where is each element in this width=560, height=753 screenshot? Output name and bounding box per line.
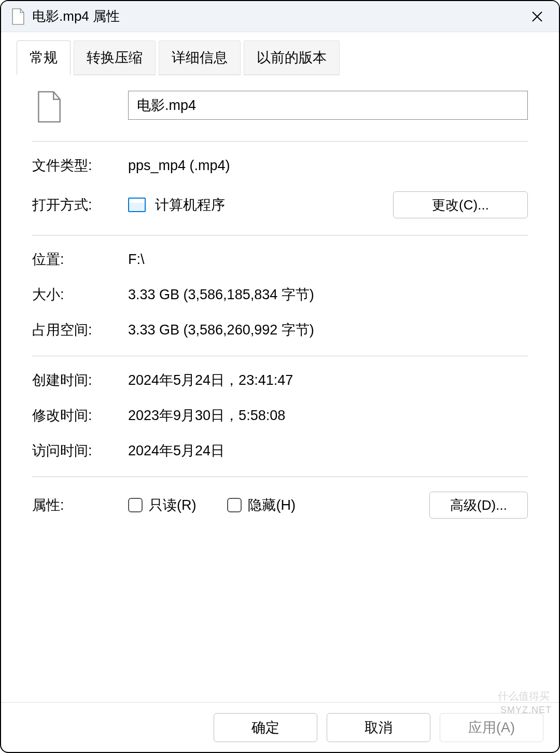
location-label: 位置: [32,250,128,269]
readonly-label: 只读(R) [149,496,196,514]
file-type-label: 文件类型: [32,156,128,175]
tab-convert[interactable]: 转换压缩 [74,40,156,75]
opens-with-value: 计算机程序 [155,196,225,214]
close-icon [531,10,543,23]
title-bar: 电影.mp4 属性 [1,1,559,32]
cancel-button[interactable]: 取消 [327,713,430,742]
modified-label: 修改时间: [32,406,128,425]
content-area: 文件类型: pps_mp4 (.mp4) 打开方式: 计算机程序 更改(C)..… [1,75,559,702]
hidden-checkbox[interactable] [227,498,242,512]
created-value: 2024年5月24日，23:41:47 [128,371,528,389]
tab-bar: 常规 转换压缩 详细信息 以前的版本 [1,32,559,75]
divider [32,477,528,477]
file-type-icon [36,91,62,123]
divider [32,141,528,142]
file-type-value: pps_mp4 (.mp4) [128,158,528,174]
tab-previous-versions[interactable]: 以前的版本 [244,40,340,75]
accessed-value: 2024年5月24日 [128,441,528,460]
accessed-label: 访问时间: [32,441,128,460]
divider [32,356,528,356]
divider [32,235,528,235]
close-button[interactable] [526,5,549,28]
advanced-button[interactable]: 高级(D)... [429,492,528,519]
size-label: 大小: [32,285,128,304]
file-icon [11,8,25,25]
apply-button[interactable]: 应用(A) [440,713,543,742]
size-on-disk-value: 3.33 GB (3,586,260,992 字节) [128,320,528,339]
dialog-footer: 确定 取消 应用(A) [1,702,559,752]
change-button[interactable]: 更改(C)... [393,191,528,218]
properties-dialog: 电影.mp4 属性 常规 转换压缩 详细信息 以前的版本 文件 [0,0,560,753]
modified-value: 2023年9月30日，5:58:08 [128,406,528,425]
location-value: F:\ [128,252,528,268]
filename-input[interactable] [128,91,528,120]
ok-button[interactable]: 确定 [214,713,317,742]
app-icon [128,198,146,212]
tab-general[interactable]: 常规 [17,40,71,75]
created-label: 创建时间: [32,371,128,389]
tab-details[interactable]: 详细信息 [159,40,241,75]
attributes-label: 属性: [32,496,128,514]
window-title: 电影.mp4 属性 [32,7,526,25]
hidden-label: 隐藏(H) [248,496,295,514]
size-value: 3.33 GB (3,586,185,834 字节) [128,285,528,304]
size-on-disk-label: 占用空间: [32,320,128,339]
readonly-checkbox[interactable] [128,498,143,512]
opens-with-label: 打开方式: [32,196,128,214]
